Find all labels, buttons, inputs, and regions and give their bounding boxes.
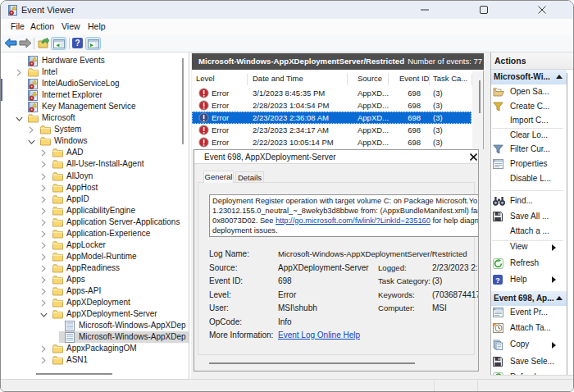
svg-text:?: ? xyxy=(495,276,500,285)
svg-text:?: ? xyxy=(75,39,80,48)
